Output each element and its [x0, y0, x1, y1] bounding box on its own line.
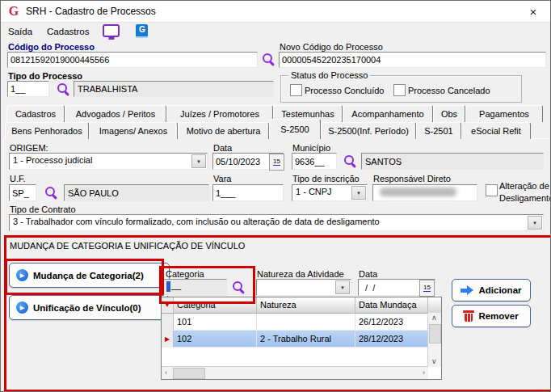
novo-codigo-input[interactable] — [279, 52, 546, 68]
tab-esocial-refit[interactable]: eSocial Refit — [461, 122, 531, 139]
tipo-contrato-value: 3 - Trabalhador com vínculo formalizado,… — [10, 215, 543, 228]
tipo-inscricao-combobox[interactable]: 1 - CNPJ ▼ — [292, 184, 368, 201]
menu-bar: Saída Cadastros G — [1, 23, 550, 40]
app-logo-icon: G — [6, 4, 21, 19]
categoria-search-icon[interactable] — [232, 280, 246, 294]
tipo-contrato-combobox[interactable]: 3 - Trabalhador com vínculo formalizado,… — [9, 214, 544, 231]
tab-pagamentos[interactable]: Pagamentos — [465, 105, 543, 122]
cell-categoria: 102 — [174, 331, 257, 347]
alteracao-label-line1: Alteração de — [499, 181, 549, 191]
scroll-right-icon[interactable]: › — [423, 369, 425, 377]
tipo-processo-search-icon[interactable] — [57, 82, 70, 96]
municipio-code-input[interactable] — [292, 153, 337, 170]
processo-cancelado-label: Processo Cancelado — [408, 86, 490, 95]
vertical-scrollbar[interactable]: ∧ ∨ — [427, 313, 441, 367]
uf-label: U.F. — [10, 174, 26, 183]
codigo-processo-input[interactable] — [7, 52, 258, 68]
tab-juizes-promotores[interactable]: Juízes / Promotores — [166, 105, 273, 122]
categoria-mask: __ — [171, 280, 181, 290]
unificacao-vinculo-button-label: Unificação de Vínculo(0) — [33, 303, 141, 313]
mudanca-categoria-button-label: Mudança de Categoria(2) — [33, 271, 144, 280]
app-window: G SRH - Cadastro de Processos × Saída Ca… — [0, 0, 551, 392]
play-icon: ▶ — [16, 301, 28, 314]
uf-search-icon[interactable] — [44, 186, 58, 200]
scroll-down-icon[interactable]: ∨ — [431, 358, 437, 365]
natureza-atividade-label: Natureza da Atividade — [257, 269, 344, 279]
tab-row-2: Bens Penhorados Imagens/ Anexos Motivo d… — [5, 122, 531, 139]
origem-combobox[interactable]: 1 - Processo judicial ▼ — [9, 153, 208, 170]
adicionar-button-label: Adicionar — [478, 285, 521, 295]
menu-cadastros[interactable]: Cadastros — [40, 25, 96, 38]
horizontal-scroll-thumb[interactable] — [173, 368, 205, 379]
tab-bens-penhorados[interactable]: Bens Penhorados — [5, 122, 89, 139]
menu-saida[interactable]: Saída — [1, 25, 40, 38]
tipo-processo-desc: TRABALHISTA — [74, 81, 274, 97]
grid-header-data-mundaca[interactable]: Data Mundaça — [355, 297, 428, 313]
processo-cancelado-checkbox[interactable] — [393, 84, 406, 96]
horizontal-scrollbar[interactable]: ‹ › — [162, 366, 428, 379]
cell-data: 28/12/2023 — [355, 331, 428, 347]
tab-s2500[interactable]: S-2500 — [269, 119, 321, 139]
municipio-search-icon[interactable] — [343, 154, 357, 168]
table-row-selected[interactable]: ▶ 102 2 - Trabalho Rural 28/12/2023 — [162, 331, 441, 348]
grid-header-marker-icon: ▼ — [162, 297, 174, 313]
origem-dropdown-icon[interactable]: ▼ — [191, 154, 206, 168]
tipo-contrato-dropdown-icon[interactable]: ▼ — [528, 216, 542, 230]
categoria-input[interactable]: __ — [163, 279, 227, 296]
mudanca-categoria-button[interactable]: ▶ Mudança de Categoria(2) — [9, 263, 170, 288]
data-calendar-icon[interactable]: 15 — [269, 154, 284, 171]
calendar-day: 15 — [423, 285, 431, 292]
tipo-inscricao-label: Tipo de inscrição — [292, 174, 360, 183]
natureza-atividade-combobox[interactable]: ▼ — [256, 279, 351, 296]
grid-header-natureza[interactable]: Natureza — [257, 297, 355, 313]
scroll-left-icon[interactable]: ‹ — [165, 369, 167, 377]
municipio-label: Município — [292, 143, 330, 153]
natureza-dropdown-icon[interactable]: ▼ — [335, 280, 350, 294]
adicionar-button[interactable]: Adicionar — [452, 279, 531, 301]
tab-motivo-abertura[interactable]: Motivo de abertura — [178, 122, 269, 139]
origem-label: ORIGEM: — [10, 143, 48, 153]
tab-s2501[interactable]: S-2501 — [416, 122, 461, 139]
scroll-up-icon[interactable]: ∧ — [431, 314, 437, 322]
monitor-icon[interactable] — [103, 24, 120, 37]
g-toolbar-icon[interactable]: G — [136, 24, 148, 38]
alteracao-desligamento-checkbox[interactable] — [486, 184, 498, 196]
unificacao-vinculo-button[interactable]: ▶ Unificação de Vínculo(0) — [9, 295, 170, 320]
tab-advogados-peritos[interactable]: Advogados / Peritos — [65, 105, 166, 122]
vara-input[interactable] — [212, 184, 284, 201]
calendar-day: 15 — [273, 158, 280, 166]
window-title: SRH - Cadastro de Processos — [26, 6, 156, 17]
tab-cadastros[interactable]: Cadastros — [6, 105, 65, 122]
tab-s2500-inf-periodo[interactable]: S-2500(Inf. Período) — [321, 122, 416, 139]
table-row[interactable]: 101 26/12/2023 — [162, 314, 441, 331]
tipo-processo-code-input[interactable] — [7, 81, 49, 97]
vertical-scroll-thumb[interactable] — [429, 324, 441, 344]
tipo-inscricao-dropdown-icon[interactable]: ▼ — [351, 186, 366, 200]
processo-concluido-checkbox[interactable] — [290, 84, 302, 96]
play-icon: ▶ — [16, 269, 28, 281]
trash-icon — [464, 310, 473, 322]
cell-categoria: 101 — [174, 314, 257, 330]
data-label: Data — [213, 143, 232, 153]
text-caret — [166, 281, 170, 292]
cell-data: 26/12/2023 — [355, 314, 428, 330]
codigo-search-icon[interactable] — [262, 53, 276, 66]
add-arrow-icon — [461, 285, 473, 295]
processo-concluido-label: Processo Concluído — [305, 86, 384, 95]
mudanca-data-calendar-icon[interactable]: 15 — [419, 280, 435, 297]
mudanca-grid: ▼ Categoria Natureza Data Mundaça 101 26… — [161, 297, 442, 380]
mudanca-section-title: MUDANÇA DE CATEGORIA E UNIFICAÇÃO DE VÍN… — [10, 241, 245, 251]
remover-button[interactable]: Remover — [452, 305, 531, 327]
codigo-processo-label: Código do Processo — [8, 42, 95, 52]
grid-header-categoria[interactable]: Categoria — [174, 297, 257, 313]
row-marker-icon: ▶ — [162, 331, 174, 347]
mudanca-data-label: Data — [359, 269, 377, 279]
close-icon[interactable]: × — [516, 1, 550, 22]
tab-imagens-anexos[interactable]: Imagens/ Anexos — [89, 122, 178, 139]
uf-code-input[interactable] — [9, 184, 36, 201]
tab-obs[interactable]: Obs — [433, 105, 465, 122]
tab-acompanhamento[interactable]: Acompanhamento — [343, 105, 433, 122]
cell-natureza — [257, 314, 355, 330]
alteracao-label-line2: Desligamento — [499, 193, 551, 203]
responsavel-direto-input[interactable] — [372, 184, 477, 201]
